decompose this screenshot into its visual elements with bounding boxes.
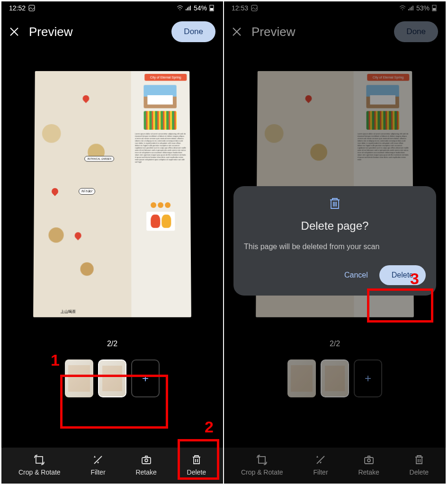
filter-button[interactable]: Filter [90, 454, 105, 476]
svg-rect-4 [142, 458, 151, 464]
label-bubble: BOTANICAL GARDEN [85, 156, 114, 162]
filter-button[interactable]: Filter [313, 454, 328, 476]
thumbnail-page-1[interactable] [287, 359, 316, 397]
document-preview: Nǐ hǎo! BOTANICAL GARDEN 上山喝茶 City of Et… [33, 71, 191, 317]
status-bar: 12:52 54% [1, 1, 223, 13]
bottom-toolbar: Crop & Rotate Filter Retake Delete [224, 448, 446, 484]
dialog-message: This page will be deleted from your scan [244, 241, 426, 252]
signal-icon [185, 5, 192, 11]
trash-icon [329, 198, 341, 210]
status-time: 12:52 [9, 4, 26, 12]
annotation-number-1: 1 [51, 351, 60, 369]
dialog-title: Delete page? [244, 219, 426, 233]
svg-rect-0 [29, 5, 35, 11]
wifi-icon [177, 5, 183, 11]
annotation-box-1 [60, 375, 168, 429]
page-counter: 2/2 [1, 340, 223, 348]
thumbnail-strip: + [224, 357, 446, 400]
document-preview-area[interactable]: Nǐ hǎo! BOTANICAL GARDEN 上山喝茶 City of Et… [1, 51, 223, 321]
done-button[interactable]: Done [394, 21, 438, 42]
camera-icon [141, 454, 152, 466]
caption: 上山喝茶 [61, 309, 76, 314]
status-battery: 53% [416, 4, 430, 12]
svg-point-11 [367, 459, 370, 462]
page-title: Preview [29, 25, 72, 39]
svg-point-5 [145, 459, 148, 462]
add-page-button[interactable]: + [354, 359, 382, 397]
close-icon[interactable] [9, 27, 19, 37]
battery-icon [209, 5, 215, 11]
status-battery: 54% [194, 4, 207, 12]
page-counter: 2/2 [224, 340, 446, 348]
svg-rect-10 [365, 458, 373, 464]
thumbnail-page-2[interactable] [321, 359, 349, 397]
filter-icon [92, 454, 104, 466]
annotation-box-2 [178, 439, 219, 480]
image-icon [251, 5, 258, 11]
crop-rotate-button[interactable]: Crop & Rotate [18, 454, 61, 476]
wifi-icon [399, 5, 406, 11]
crop-rotate-icon [34, 454, 45, 466]
dialog-cancel-button[interactable]: Cancel [341, 266, 371, 284]
battery-icon [431, 5, 438, 11]
status-time: 12:53 [232, 4, 248, 12]
speech-bubble: Nǐ hǎo! [79, 188, 95, 195]
page-title: Preview [251, 25, 295, 39]
svg-rect-2 [210, 8, 213, 10]
screenshot-left: 12:52 54% Preview Done Nǐ hǎo! BOTAN [1, 1, 224, 484]
crop-rotate-button[interactable]: Crop & Rotate [241, 454, 283, 476]
close-icon[interactable] [232, 27, 242, 37]
svg-rect-8 [433, 8, 436, 10]
delete-dialog: Delete page? This page will be deleted f… [233, 186, 436, 296]
header: Preview Done [1, 13, 223, 51]
svg-rect-3 [36, 457, 43, 463]
trash-icon [413, 454, 425, 466]
doc-badge: City of Eternal Spring [367, 74, 409, 81]
header: Preview Done [224, 13, 446, 51]
annotation-box-3 [367, 288, 433, 323]
signal-icon [408, 5, 414, 11]
retake-button[interactable]: Retake [135, 454, 156, 476]
doc-badge: City of Eternal Spring [144, 74, 187, 81]
retake-button[interactable]: Retake [358, 454, 379, 476]
filter-icon [315, 454, 326, 466]
screenshot-right: 12:53 53% Preview Done Nǐ hǎo! [224, 1, 447, 484]
status-bar: 12:53 53% [224, 1, 446, 13]
crop-rotate-icon [256, 454, 268, 466]
annotation-number-3: 3 [410, 269, 419, 288]
camera-icon [363, 454, 375, 466]
svg-rect-6 [251, 5, 257, 11]
svg-rect-9 [259, 457, 265, 463]
annotation-number-2: 2 [205, 418, 214, 436]
image-icon [28, 5, 35, 11]
delete-button[interactable]: Delete [410, 454, 429, 476]
done-button[interactable]: Done [171, 21, 215, 42]
